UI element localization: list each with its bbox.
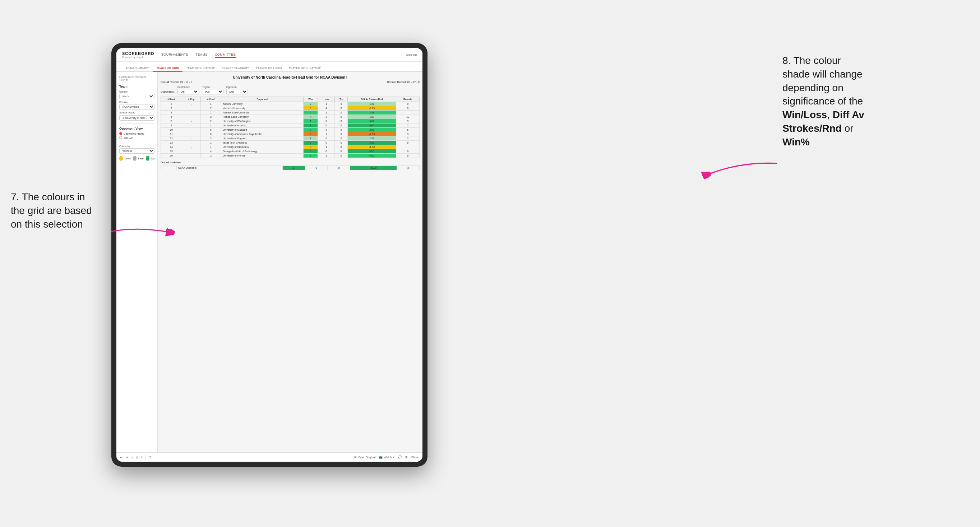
- app-header: SCOREBOARD Powered by clippd TOURNAMENTS…: [116, 48, 422, 62]
- region-filter: Region (All): [202, 86, 223, 94]
- view-original-button[interactable]: 👁 View: Original: [354, 456, 375, 459]
- rank: 3: [161, 106, 182, 111]
- sidebar: Last Updated: 27/03/202416:55:38 Team Ge…: [116, 72, 158, 452]
- clock-icon[interactable]: ⏱: [148, 456, 151, 459]
- tie: 0: [335, 111, 348, 115]
- diff: 9.00: [347, 124, 396, 128]
- tab-player-h2h-heatmap[interactable]: PLAYER H2H HEATMAP: [285, 65, 325, 72]
- diff: 3.67: [347, 119, 396, 124]
- table-row: 9 1 University of Arizona 1 0 0 9.00 2: [161, 124, 420, 128]
- division-select[interactable]: NCAA Division I: [119, 104, 154, 110]
- tab-player-h2h-grid[interactable]: PLAYER H2H GRID: [253, 65, 285, 72]
- tab-player-summary[interactable]: PLAYER SUMMARY: [219, 65, 253, 72]
- col-rank: # Rank: [161, 97, 182, 102]
- rounds: 8: [396, 106, 420, 111]
- tie: 0: [335, 154, 348, 158]
- redo-icon[interactable]: ↪: [126, 456, 129, 459]
- diff: 6.62: [347, 154, 396, 158]
- loss: 2: [318, 115, 335, 119]
- loss: 1: [318, 145, 335, 149]
- diff: -2.29: [347, 106, 396, 111]
- share-button[interactable]: Share: [411, 456, 419, 459]
- rank: 15: [161, 149, 182, 154]
- region-filter-select[interactable]: (All): [202, 89, 223, 94]
- radio-dot-top100: [119, 136, 122, 139]
- nav-tournaments[interactable]: TOURNAMENTS: [161, 52, 188, 58]
- rank: 12: [161, 137, 182, 141]
- tab-team-h2h-heatmap[interactable]: TEAM H2H HEATMAP: [183, 65, 219, 72]
- opponent: Arizona State University: [221, 111, 303, 115]
- win-ood: 1: [282, 166, 305, 170]
- win: 0: [303, 132, 318, 137]
- rounds: 3: [396, 132, 420, 137]
- tie: 0: [335, 141, 348, 145]
- col-diff: Diff Av Strokes/Rnd: [347, 97, 396, 102]
- legend-up-dot: [146, 156, 150, 161]
- tie: 0: [335, 106, 348, 111]
- copy-icon[interactable]: ⎘: [136, 456, 138, 459]
- diff: 2.28: [347, 111, 396, 115]
- loss: 0: [318, 124, 335, 128]
- loss: 1: [318, 102, 335, 106]
- rounds-ood: 3: [396, 166, 419, 170]
- app-logo: SCOREBOARD Powered by clippd: [122, 51, 154, 59]
- diff: 1.83: [347, 115, 396, 119]
- division-record: Division Record: 88 - 17 - 0: [387, 80, 420, 84]
- nav-teams[interactable]: TEAMS: [196, 52, 208, 58]
- col-win: Win: [303, 97, 318, 102]
- conf: 1: [201, 102, 221, 106]
- loss: 0: [318, 141, 335, 145]
- radio-opponents-played[interactable]: Opponents Played: [119, 132, 154, 135]
- table-row: 15 4 Georgia Institute of Technology 5 0…: [161, 149, 420, 154]
- conference-filter-select[interactable]: (All): [177, 89, 199, 94]
- radio-top100[interactable]: Top 100: [119, 136, 154, 139]
- reg: -: [182, 154, 201, 158]
- out-of-division-section: Out of division NCAA Division II 1 0 0 2…: [161, 161, 420, 170]
- tie: 0: [335, 115, 348, 119]
- opponent: Georgia Institute of Technology: [221, 149, 303, 154]
- forward-icon[interactable]: ⟩: [132, 456, 133, 459]
- win: 1: [303, 119, 318, 124]
- plus-icon[interactable]: +: [140, 456, 142, 459]
- share-icon-btn[interactable]: ⊞: [405, 456, 408, 459]
- table-row: 4 - 1 Arizona State University 5 1 0 2.2…: [161, 111, 420, 115]
- rounds: 9: [396, 102, 420, 106]
- comment-button[interactable]: 💬: [398, 456, 402, 459]
- rank: 11: [161, 132, 182, 137]
- opponent: University of Virginia: [221, 137, 303, 141]
- opponent-filter-select[interactable]: (All): [226, 89, 248, 94]
- tab-team-h2h-grid[interactable]: TEAM H2H GRID: [153, 65, 183, 72]
- undo-icon[interactable]: ↩: [120, 456, 123, 459]
- overall-record: Overall Record: 89 - 17 - 0: [161, 80, 192, 84]
- win: 0: [303, 145, 318, 149]
- nav-committee[interactable]: COMMITTEE: [215, 52, 236, 58]
- table-row: 11 6 University of Arkansas, Fayettevill…: [161, 132, 420, 137]
- tie: 0: [335, 102, 348, 106]
- tablet-frame: SCOREBOARD Powered by clippd TOURNAMENTS…: [111, 43, 428, 467]
- rounds: [396, 111, 420, 115]
- sign-out-link[interactable]: | Sign out: [404, 53, 417, 56]
- colour-by-select[interactable]: Win/loss: [119, 148, 154, 154]
- opponent: Florida State University: [221, 115, 303, 119]
- gender-label: Gender: [119, 90, 154, 93]
- division-label: Division: [119, 101, 154, 103]
- loss: 4: [318, 106, 335, 111]
- watch-icon: 📺: [379, 456, 383, 459]
- legend-level-label: Level: [138, 157, 145, 160]
- tie: 0: [335, 145, 348, 149]
- diff-ood: 26.00: [350, 166, 396, 170]
- reg: [182, 115, 201, 119]
- conf: 1: [201, 145, 221, 149]
- gender-select[interactable]: Men's: [119, 94, 154, 99]
- tab-team-summary[interactable]: TEAM SUMMARY: [122, 65, 153, 72]
- annotation-bold-winpct: Win%: [783, 137, 810, 148]
- conf: 1: [201, 141, 221, 145]
- school-select[interactable]: 1. University of Nort...: [119, 115, 154, 121]
- opponent-filter: Opponent (All): [226, 86, 248, 94]
- rank: 10: [161, 128, 182, 132]
- conf: 2: [201, 154, 221, 158]
- table-row: 10 - 5 University of Alabama 3 0 0 2.61 …: [161, 128, 420, 132]
- opponent: University of Alabama: [221, 128, 303, 132]
- watch-button[interactable]: 📺 Watch ▾: [379, 456, 394, 459]
- logo-sub: Powered by clippd: [122, 56, 154, 59]
